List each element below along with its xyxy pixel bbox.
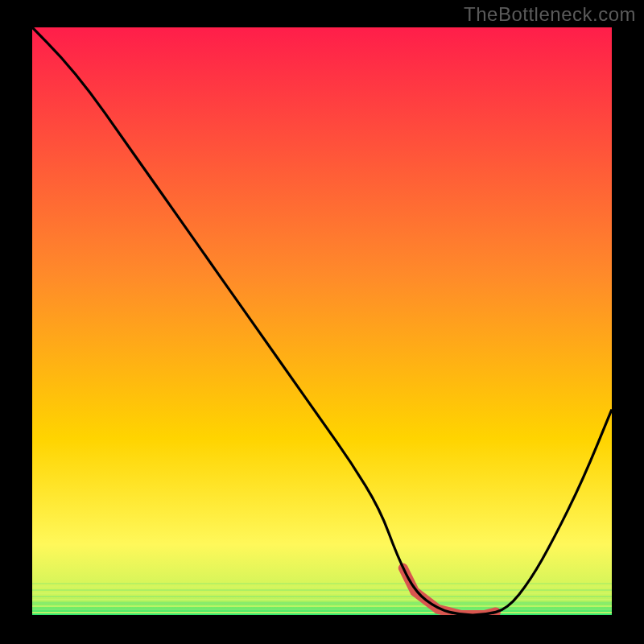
stripe: [32, 605, 612, 607]
stripe: [32, 583, 612, 584]
watermark-text: TheBottleneck.com: [464, 3, 636, 26]
chart-svg: [32, 27, 612, 615]
chart-frame: TheBottleneck.com: [0, 0, 644, 644]
stripe: [32, 602, 612, 604]
stripe: [32, 596, 612, 597]
plot-area: [32, 27, 612, 615]
stripe: [32, 589, 612, 591]
stripe: [32, 609, 612, 610]
stripe: [32, 592, 612, 594]
stripe: [32, 612, 612, 613]
gradient-bg: [32, 27, 612, 615]
stripe: [32, 599, 612, 601]
